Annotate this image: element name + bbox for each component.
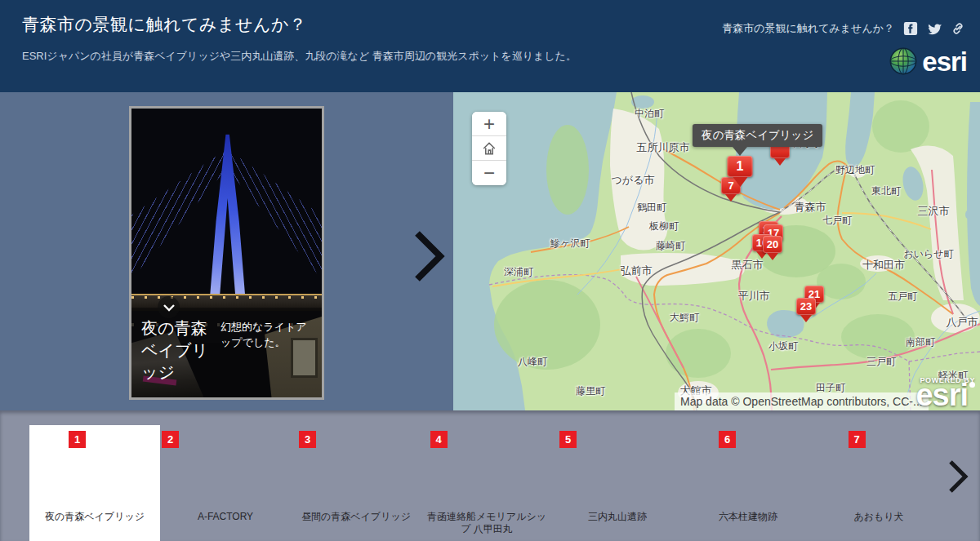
item-number-badge: 6 [719,431,736,448]
thumbnail-photo-wrap: 5 [559,431,675,508]
map-place-label: 藤崎町 [656,239,685,253]
map-place-label: 平川市 [738,289,770,304]
map-zoom-control: + − [472,112,506,185]
map-place-label: 野辺地町 [835,163,875,177]
map-place-label: 五戸町 [888,290,917,304]
photo-viewer-panel: 夜の青森ベイブリッジ 幻想的なライトアップでした。 [0,92,453,410]
thumbnail-photo-wrap: 1 [69,431,121,508]
esri-logo: esri [888,46,967,77]
map-place-label: おいらせ町 [903,247,953,261]
map-place-label: つがる市 [612,173,655,188]
map-place-label: 五所川原市 [637,140,690,155]
item-number-badge: 2 [162,431,179,448]
thumbnail-photo-wrap: 3 [299,431,413,508]
map-place-label: 大鰐町 [670,311,699,325]
map-place-label: 南部町 [906,335,935,349]
map-marker-23[interactable]: 23 [796,298,816,315]
esri-map-wordmark: esri [915,378,975,410]
thumbnail-caption: 三内丸山遺跡 [588,511,647,523]
map-place-label: 弘前市 [621,264,653,278]
facebook-icon[interactable] [903,21,918,36]
chevron-down-icon [158,297,180,318]
thumbnail-item-1[interactable]: 1夜の青森ベイブリッジ [29,410,160,541]
item-number-badge: 1 [69,431,86,448]
map-place-label: 黒石市 [732,258,764,273]
map-attribution: Map data © OpenStreetMap contributors, C… [675,392,929,410]
thumbnail-caption: あおもり犬 [853,511,903,523]
map-marker-20[interactable]: 20 [763,236,782,253]
thumbnail-photo-wrap: 4 [430,431,544,508]
share-bar: 青森市の景観に触れてみませんか？ [722,21,965,36]
photo-title: 夜の青森ベイブリッジ [141,317,220,389]
thumbnail-caption: 夜の青森ベイブリッジ [45,511,145,523]
share-title: 青森市の景観に触れてみませんか？ [722,21,894,36]
thumbnail-photo-wrap: 2 [162,431,289,508]
thumbnail-item-4[interactable]: 4青函連絡船メモリアルシップ 八甲田丸 [421,410,552,541]
map-tooltip: 夜の青森ベイブリッジ [693,124,822,147]
carousel-next-button[interactable] [946,458,970,495]
header: 青森市の景観に触れてみませんか？ ESRIジャパンの社員が青森ベイブリッジや三内… [0,0,980,92]
map-place-label: 八峰町 [518,355,547,369]
map-place-label: 青森市 [795,200,826,215]
thumbnail-caption: 昼間の青森ベイブリッジ [301,511,411,523]
thumbnail-photo-wrap: 6 [719,431,777,508]
thumbnail-caption: 六本柱建物跡 [719,511,777,523]
powered-by-esri: POWERED BY esri [915,376,975,409]
photo-caption-overlay: 夜の青森ベイブリッジ 幻想的なライトアップでした。 [131,308,322,397]
link-icon[interactable] [951,21,965,36]
esri-globe-icon [888,46,919,77]
item-number-badge: 5 [559,431,577,448]
thumbnail-photo-wrap: 7 [849,431,910,508]
thumbnail-caption: A-FACTORY [198,511,253,523]
thumbnail-item-2[interactable]: 2A-FACTORY [160,410,291,541]
home-button[interactable] [472,136,506,161]
item-number-badge: 3 [299,431,316,448]
map-place-label: 深浦町 [504,265,533,279]
esri-wordmark: esri [922,48,967,75]
twitter-icon[interactable] [927,21,942,36]
map-place-label: 板柳町 [649,220,679,233]
thumbnail-carousel: 1夜の青森ベイブリッジ2A-FACTORY3昼間の青森ベイブリッジ4青函連絡船メ… [0,410,980,541]
zoom-out-button[interactable]: − [472,161,506,185]
map-place-label: 鰺ヶ沢町 [550,237,590,251]
thumbnail-item-3[interactable]: 3昼間の青森ベイブリッジ [291,410,421,541]
map-place-label: 三戸町 [866,355,896,369]
thumbnail-item-7[interactable]: 7あおもり犬 [813,410,944,541]
map-place-label: 中泊町 [635,107,664,121]
current-photo-card: 夜の青森ベイブリッジ 幻想的なライトアップでした。 [129,106,324,400]
map-place-label: 十和田市 [862,258,905,273]
map-place-label: 藤里町 [576,384,605,398]
map-place-label: 七戸町 [822,214,852,228]
home-icon [480,140,498,157]
next-photo-button[interactable] [411,228,447,285]
collapse-caption-button[interactable] [158,296,180,318]
thumbnail-list: 1夜の青森ベイブリッジ2A-FACTORY3昼間の青森ベイブリッジ4青函連絡船メ… [29,410,944,541]
map-place-label: 東北町 [871,184,901,198]
page-title: 青森市の景観に触れてみませんか？ [22,13,306,36]
item-number-badge: 4 [430,431,448,448]
item-number-badge: 7 [849,431,866,448]
thumbnail-item-5[interactable]: 5三内丸山遺跡 [552,410,683,541]
page-subtitle: ESRIジャパンの社員が青森ベイブリッジや三内丸山遺跡、九段の滝など 青森市周辺… [22,49,577,64]
main-stage: 夜の青森ベイブリッジ 幻想的なライトアップでした。 [0,92,980,410]
chevron-right-icon [947,459,969,494]
photo-description: 幻想的なライトアップでした。 [220,317,314,389]
map-panel[interactable]: 中泊町五所川原市つがる市鶴田町板柳町藤崎町鰺ヶ沢町青森市平内町野辺地町東北町三沢… [453,92,980,410]
storymap-app: 青森市の景観に触れてみませんか？ ESRIジャパンの社員が青森ベイブリッジや三内… [0,0,980,541]
map-place-label: 小坂町 [768,339,798,353]
chevron-right-icon [412,229,445,283]
thumbnail-item-6[interactable]: 6六本柱建物跡 [683,410,813,541]
zoom-in-button[interactable]: + [472,112,506,136]
map-marker-1[interactable]: 1 [728,156,753,177]
map-place-label: 三沢市 [918,204,950,219]
map-place-label: 八戸市 [947,315,978,330]
thumbnail-caption: 青函連絡船メモリアルシップ 八甲田丸 [425,511,549,535]
map-place-label: 鶴田町 [637,201,666,215]
